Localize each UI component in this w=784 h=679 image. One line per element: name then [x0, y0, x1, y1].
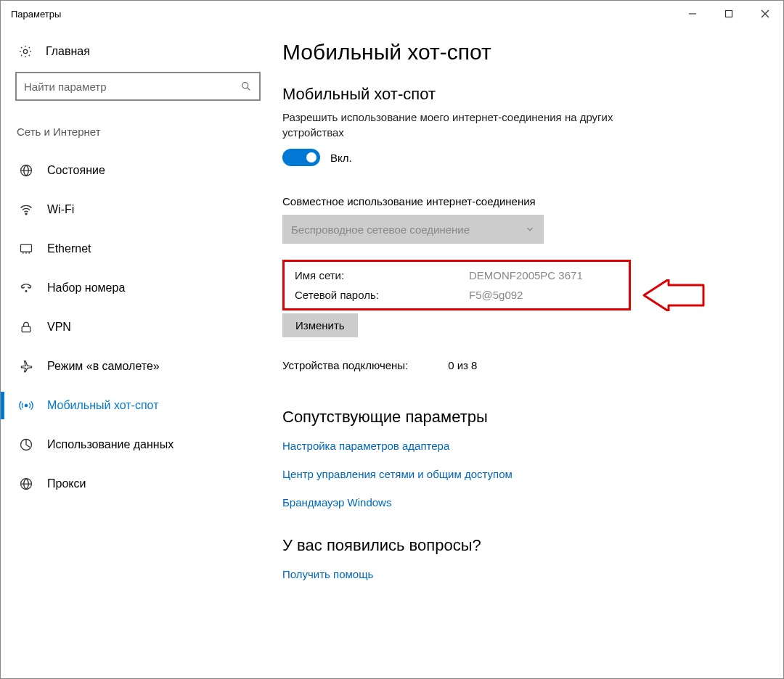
related-title: Сопутствующие параметры: [282, 408, 754, 427]
sidebar-group-header: Сеть и Интернет: [15, 125, 261, 138]
sidebar-item-label: Wi-Fi: [47, 203, 74, 216]
sidebar-item-dialup[interactable]: Набор номера: [15, 268, 261, 308]
link-adapter-settings[interactable]: Настройка параметров адаптера: [282, 440, 754, 452]
devices-value: 0 из 8: [448, 359, 477, 371]
vpn-icon: [18, 320, 34, 334]
help-section: У вас появились вопросы? Получить помощь: [282, 536, 754, 580]
sidebar-item-label: Режим «в самолете»: [47, 360, 160, 373]
sidebar-home[interactable]: Главная: [15, 44, 261, 59]
sidebar-item-data-usage[interactable]: Использование данных: [15, 425, 261, 464]
search-input[interactable]: Найти параметр: [15, 72, 261, 101]
change-button[interactable]: Изменить: [282, 313, 358, 337]
wifi-icon: [18, 202, 34, 217]
sidebar-item-ethernet[interactable]: Ethernet: [15, 229, 261, 268]
airplane-icon: [18, 359, 34, 374]
share-connection-label: Совместное использование интернет-соедин…: [282, 195, 754, 207]
svg-point-13: [25, 290, 27, 292]
network-name-value: DEMONF2005PC 3671: [469, 269, 583, 281]
sidebar-item-label: VPN: [47, 321, 71, 334]
section-title: Мобильный хот-спот: [282, 85, 754, 104]
status-icon: [18, 163, 34, 178]
titlebar: Параметры: [1, 1, 783, 27]
maximize-button[interactable]: [711, 1, 747, 27]
dropdown-value: Беспроводное сетевое соединение: [291, 223, 470, 236]
sidebar-item-proxy[interactable]: Прокси: [15, 464, 261, 503]
svg-point-4: [23, 49, 27, 53]
hotspot-toggle[interactable]: [282, 149, 320, 166]
sidebar-item-wifi[interactable]: Wi-Fi: [15, 190, 261, 229]
sidebar-item-hotspot[interactable]: Мобильный хот-спот: [15, 386, 261, 425]
devices-label: Устройства подключены:: [282, 359, 445, 371]
link-windows-firewall[interactable]: Брандмауэр Windows: [282, 496, 754, 509]
minimize-button[interactable]: [674, 1, 711, 27]
chevron-down-icon: [525, 224, 535, 234]
sidebar-item-label: Мобильный хот-спот: [47, 399, 158, 412]
close-button[interactable]: [747, 1, 783, 27]
svg-point-5: [242, 83, 248, 89]
svg-rect-9: [21, 244, 32, 252]
data-usage-icon: [18, 437, 34, 452]
share-connection-dropdown[interactable]: Беспроводное сетевое соединение: [282, 215, 544, 244]
sidebar-item-vpn[interactable]: VPN: [15, 308, 261, 347]
page-title: Мобильный хот-спот: [282, 40, 754, 65]
sidebar-item-label: Использование данных: [47, 438, 173, 451]
sidebar-item-label: Набор номера: [47, 281, 125, 295]
network-password-label: Сетевой пароль:: [295, 289, 469, 301]
sidebar-item-label: Ethernet: [47, 242, 91, 255]
network-password-value: F5@5g092: [469, 289, 523, 301]
sidebar-item-label: Прокси: [47, 477, 86, 490]
search-placeholder: Найти параметр: [24, 81, 240, 93]
hotspot-icon: [18, 398, 34, 413]
search-icon: [240, 81, 252, 92]
sidebar-item-label: Состояние: [47, 164, 105, 177]
sidebar-home-label: Главная: [46, 45, 90, 58]
link-network-center[interactable]: Центр управления сетями и общим доступом: [282, 468, 754, 480]
help-title: У вас появились вопросы?: [282, 536, 754, 555]
toggle-label: Вкл.: [330, 152, 352, 164]
svg-line-6: [248, 88, 250, 91]
main-content: Мобильный хот-спот Мобильный хот-спот Ра…: [275, 27, 783, 678]
related-settings: Сопутствующие параметры Настройка параме…: [282, 408, 754, 509]
annotation-arrow-icon: [640, 279, 705, 311]
section-description: Разрешить использование моего интернет-с…: [282, 110, 645, 140]
window-controls: [674, 1, 783, 27]
svg-point-15: [25, 404, 27, 406]
sidebar-item-status[interactable]: Состояние: [15, 151, 261, 190]
link-get-help[interactable]: Получить помощь: [282, 568, 754, 580]
sidebar-nav: Состояние Wi-Fi Ethernet Набор номера VP…: [15, 151, 261, 503]
network-name-label: Имя сети:: [295, 269, 469, 281]
ethernet-icon: [18, 242, 34, 256]
devices-connected: Устройства подключены: 0 из 8: [282, 359, 754, 371]
svg-rect-14: [22, 326, 30, 332]
dialup-icon: [18, 281, 34, 295]
gear-icon: [18, 44, 33, 59]
svg-rect-1: [726, 11, 732, 17]
sidebar-item-airplane[interactable]: Режим «в самолете»: [15, 347, 261, 386]
sidebar: Главная Найти параметр Сеть и Интернет С…: [1, 27, 275, 678]
highlight-box: Имя сети: DEMONF2005PC 3671 Сетевой паро…: [282, 260, 631, 310]
proxy-icon: [18, 477, 34, 491]
window-title: Параметры: [11, 9, 61, 20]
svg-point-8: [25, 213, 27, 215]
